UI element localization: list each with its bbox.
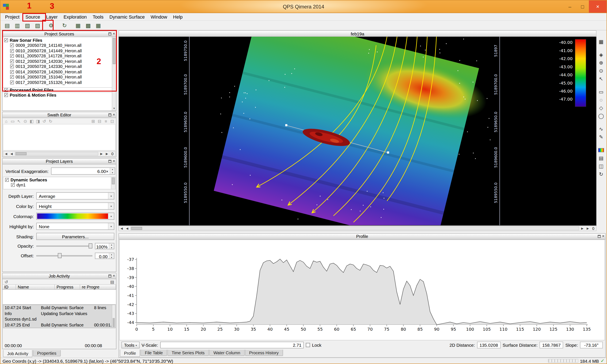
menu-item-window[interactable]: Window <box>148 13 170 20</box>
layers-icon[interactable]: ▤ <box>597 154 605 162</box>
scroll-left-icon[interactable]: ◀ <box>9 152 14 156</box>
checkbox[interactable]: ✓ <box>10 54 14 58</box>
scroll-down-icon[interactable]: ▼ <box>112 107 116 111</box>
swath-undo-icon[interactable]: ↺ <box>42 118 47 124</box>
undo-icon[interactable]: ↺ <box>4 279 9 284</box>
new-project-icon[interactable]: ▤ <box>3 21 11 29</box>
profile-tools-button[interactable]: Tools ▾ <box>121 342 139 348</box>
column-core-progress[interactable]: re Progre <box>80 285 116 289</box>
menu-item-tools[interactable]: Tools <box>90 13 106 20</box>
swath-next-icon[interactable]: ⊟ <box>97 118 102 124</box>
opacity-input[interactable]: 100% ▲▼ <box>95 243 114 249</box>
swath-settings-icon[interactable]: ≡ <box>103 118 108 124</box>
edit-tool-icon[interactable]: ✎ <box>597 133 605 141</box>
spinner-arrows[interactable]: ▲▼ <box>109 243 114 249</box>
float-panel-icon[interactable] <box>108 274 111 277</box>
circle-select-icon[interactable]: ◯ <box>597 112 605 119</box>
polygon-select-icon[interactable]: ◇ <box>597 104 605 111</box>
column-id[interactable]: ID <box>2 285 16 289</box>
export-surface-icon[interactable]: ▦ <box>94 21 103 29</box>
scroll-thumb[interactable] <box>16 152 26 155</box>
tree-item-0010-20050728-141449-heron-all[interactable]: ✓0010_20050728_141449_Heron.all <box>2 48 116 53</box>
swath-view[interactable] <box>3 124 116 151</box>
scroll-track[interactable] <box>130 226 579 230</box>
tab-profile[interactable]: Profile <box>120 350 140 357</box>
target-pick-icon[interactable]: ⊙ <box>597 67 605 74</box>
scroll-right-icon[interactable]: ▶ <box>104 152 110 156</box>
checkbox[interactable]: ✓ <box>10 80 14 84</box>
job-table-body[interactable] <box>2 290 116 305</box>
menu-item-help[interactable]: Help <box>170 13 186 20</box>
refresh-icon[interactable]: ↻ <box>60 21 69 29</box>
float-panel-icon[interactable] <box>108 160 111 163</box>
offset-slider[interactable] <box>36 253 92 259</box>
tree-group-dynamic-surfaces[interactable]: ✓ Dynamic Surfaces <box>3 177 115 182</box>
swath-redo-icon[interactable]: ↻ <box>48 118 53 124</box>
scroll-right-icon[interactable]: ▶ <box>580 227 585 230</box>
menu-item-layer[interactable]: Layer <box>43 13 61 20</box>
open-project-icon[interactable]: ▥ <box>13 21 22 29</box>
offset-input[interactable]: 0.00 ▲▼ <box>95 252 114 259</box>
scroll-left-icon[interactable]: ◀ <box>119 227 124 230</box>
scene-scrollbar[interactable]: ◀ ◀ ▶ ▶ 0 <box>118 226 596 231</box>
checkbox[interactable]: ✓ <box>10 65 14 68</box>
checkbox[interactable]: ✓ <box>4 88 8 92</box>
minimize-button[interactable]: – <box>564 0 576 13</box>
layers-tree-scrollbar[interactable] <box>111 177 115 189</box>
scroll-right-icon[interactable]: ▶ <box>99 152 104 156</box>
opacity-slider[interactable] <box>36 243 92 249</box>
checkbox[interactable]: ✓ <box>11 183 15 187</box>
scene-viewport[interactable]: 5189750.05189700.05189650.05189600.05189… <box>118 37 596 226</box>
swath-home-icon[interactable]: ⌂ <box>4 118 9 124</box>
tab-process-history[interactable]: Process History <box>245 350 283 356</box>
checkbox[interactable]: ✓ <box>10 44 14 47</box>
swath-zoom-icon[interactable]: ⊙ <box>23 118 28 124</box>
tab-job-activity[interactable]: Job Activity <box>3 350 32 357</box>
lock-checkbox[interactable] <box>306 343 310 347</box>
tree-group-raw-sonar-files[interactable]: ✓Raw Sonar Files <box>2 38 116 43</box>
tree-item-0016-20050728-151040-heron-all[interactable]: ✓0016_20050728_151040_Heron.all <box>2 75 116 80</box>
color-by-select[interactable]: Height ▾ <box>36 202 114 210</box>
checkbox[interactable]: ✓ <box>10 49 14 53</box>
add-raw-files-icon[interactable]: ▧ <box>23 21 32 29</box>
swath-cursor-icon[interactable]: ↖ <box>16 118 22 124</box>
scroll-left-icon[interactable]: ◀ <box>124 227 130 230</box>
swath-select-icon[interactable]: ▭ <box>10 118 15 124</box>
profile-chart[interactable]: -37-38-39-40-41-42-43-440510152025303540… <box>120 240 605 340</box>
v-scale-input[interactable]: 2.71 <box>160 342 304 348</box>
rect-select-icon[interactable]: ▭ <box>597 88 605 95</box>
swath-reject-icon[interactable]: ◨ <box>35 118 40 124</box>
close-panel-icon[interactable]: × <box>113 113 115 117</box>
close-panel-icon[interactable]: × <box>602 234 605 238</box>
tree-group-processed-point-files[interactable]: ✓Processed Point Files <box>2 87 116 92</box>
build-surface-icon[interactable]: ▦ <box>74 21 82 29</box>
palette-icon[interactable] <box>597 146 605 154</box>
column-name[interactable]: Name <box>16 285 55 289</box>
tree-item-0014-20050728-142600-heron-all[interactable]: ✓0014_20050728_142600_Heron.all <box>2 69 116 75</box>
update-surface-icon[interactable]: ▩ <box>84 21 92 29</box>
rotate-view-icon[interactable]: ↻ <box>597 170 605 178</box>
checkbox[interactable]: ✓ <box>4 93 8 97</box>
spinner-arrows[interactable]: ▲▼ <box>109 253 114 258</box>
spinner-arrows[interactable]: ▲▼ <box>110 168 115 174</box>
close-panel-icon[interactable]: × <box>113 274 115 277</box>
float-panel-icon[interactable] <box>108 113 111 116</box>
profile-chart-area[interactable]: -37-38-39-40-41-42-43-440510152025303540… <box>119 240 605 340</box>
depth-layer-select[interactable]: Average ▾ <box>36 192 114 199</box>
tree-item-0012-20050728-142030-heron-all[interactable]: ✓0012_20050728_142030_Heron.all <box>2 59 116 64</box>
maximize-button[interactable]: □ <box>576 0 589 13</box>
crosshair-icon[interactable]: ⊕ <box>597 59 605 66</box>
float-panel-icon[interactable] <box>598 235 601 238</box>
checkbox[interactable]: ✓ <box>5 178 9 182</box>
auto-process-gears-icon[interactable]: ⚙ <box>47 21 55 29</box>
tree-item-dyn1[interactable]: ✓ dyn1 <box>3 182 115 188</box>
scroll-track[interactable] <box>15 152 98 156</box>
checkbox[interactable]: ✓ <box>10 59 14 63</box>
scene-3d-view[interactable]: 5189750.05189700.05189650.05189600.05189… <box>119 37 596 225</box>
highlight-by-select[interactable]: None ▾ <box>36 223 114 230</box>
box-3d-icon[interactable]: ◫ <box>597 162 605 169</box>
tree-item-0013-20050728-142330-heron-all[interactable]: ✓0013_20050728_142330_Heron.all <box>2 64 116 69</box>
compass-icon[interactable]: ◈ <box>597 51 605 58</box>
menu-item-exploration[interactable]: Exploration <box>61 13 90 20</box>
profile-line-icon[interactable]: ∿ <box>597 125 605 132</box>
